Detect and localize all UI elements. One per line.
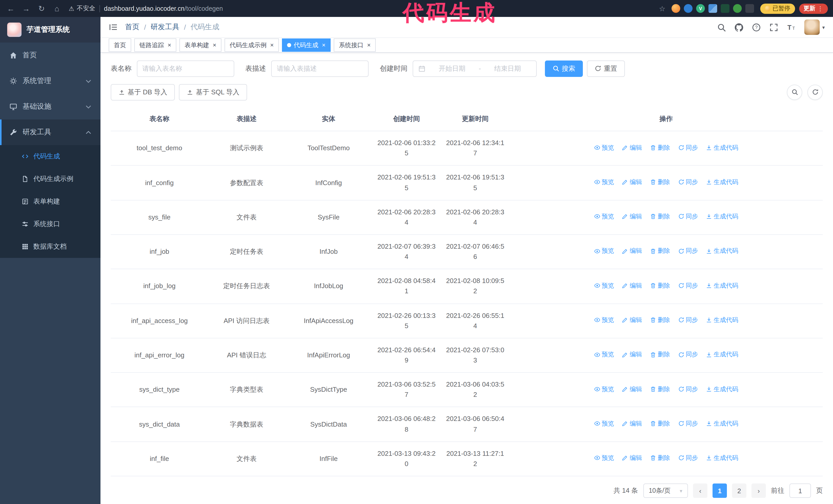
sync-link[interactable]: 同步 (678, 453, 698, 463)
import-db-button[interactable]: 基于 DB 导入 (111, 84, 175, 100)
preview-link[interactable]: 预览 (594, 315, 614, 325)
tab[interactable]: 系统接口 × (334, 39, 376, 52)
sync-link[interactable]: 同步 (678, 384, 698, 394)
sidebar-item-codegen[interactable]: 代码生成 (0, 145, 100, 168)
table-name-input-field[interactable] (142, 65, 229, 72)
sync-link[interactable]: 同步 (678, 212, 698, 221)
update-button[interactable]: 更新 ⋮ (799, 3, 828, 14)
extension-dark-green-icon[interactable] (721, 4, 730, 13)
forward-icon[interactable]: → (21, 4, 32, 13)
edit-link[interactable]: 编辑 (622, 246, 642, 256)
tab[interactable]: 表单构建 × (180, 39, 221, 52)
generate-code-link[interactable]: 生成代码 (706, 281, 738, 290)
tab[interactable]: 首页 (109, 39, 131, 52)
sync-link[interactable]: 同步 (678, 143, 698, 152)
help-icon[interactable]: ? (752, 23, 761, 31)
delete-link[interactable]: 删除 (650, 315, 670, 325)
page-number-button[interactable]: 2 (732, 483, 746, 498)
fullscreen-icon[interactable] (769, 23, 778, 31)
sidebar-item-form-builder[interactable]: 表单构建 (0, 190, 100, 213)
preview-link[interactable]: 预览 (594, 281, 614, 290)
extension-vue-devtools-icon[interactable]: V (696, 4, 705, 13)
edit-link[interactable]: 编辑 (622, 315, 642, 325)
breadcrumb-home[interactable]: 首页 (125, 23, 139, 32)
edit-link[interactable]: 编辑 (622, 143, 642, 152)
delete-link[interactable]: 删除 (650, 419, 670, 428)
sync-link[interactable]: 同步 (678, 246, 698, 256)
tab[interactable]: 链路追踪 × (134, 39, 176, 52)
prev-page-button[interactable]: ‹ (693, 483, 708, 498)
page-number-button[interactable]: 1 (713, 483, 727, 498)
edit-link[interactable]: 编辑 (622, 281, 642, 290)
close-icon[interactable]: × (168, 42, 171, 48)
sidebar-item-codegen-example[interactable]: 代码生成示例 (0, 168, 100, 190)
delete-link[interactable]: 删除 (650, 212, 670, 221)
font-size-icon[interactable]: TT (787, 23, 795, 31)
close-icon[interactable]: × (322, 42, 326, 48)
logo[interactable]: 芋道管理系统 (0, 17, 100, 43)
home-icon[interactable]: ⌂ (51, 4, 63, 13)
generate-code-link[interactable]: 生成代码 (706, 384, 738, 394)
date-range-picker[interactable]: 开始日期 - 结束日期 (413, 60, 537, 77)
edit-link[interactable]: 编辑 (622, 453, 642, 463)
edit-link[interactable]: 编辑 (622, 419, 642, 428)
generate-code-link[interactable]: 生成代码 (706, 453, 738, 463)
sidebar-item-api[interactable]: 系统接口 (0, 213, 100, 235)
goto-page-input[interactable] (789, 483, 811, 498)
generate-code-link[interactable]: 生成代码 (706, 177, 738, 187)
delete-link[interactable]: 删除 (650, 246, 670, 256)
back-icon[interactable]: ← (5, 4, 17, 13)
close-icon[interactable]: × (270, 42, 274, 48)
preview-link[interactable]: 预览 (594, 143, 614, 152)
generate-code-link[interactable]: 生成代码 (706, 212, 738, 221)
search-icon[interactable] (717, 23, 726, 31)
search-button[interactable]: 搜索 (545, 60, 583, 77)
browser-menu-icon[interactable]: ⋮ (817, 5, 823, 12)
tab[interactable]: 代码生成 × (282, 39, 331, 52)
reset-button[interactable]: 重置 (587, 60, 625, 77)
sidebar-item-devtools[interactable]: 研发工具 (0, 119, 100, 145)
table-desc-input-field[interactable] (277, 65, 363, 72)
delete-link[interactable]: 删除 (650, 453, 670, 463)
extension-puzzle-icon[interactable] (745, 4, 754, 13)
sidebar-item-system[interactable]: 系统管理 (0, 68, 100, 94)
security-warning[interactable]: ⚠ 不安全 (69, 4, 95, 13)
delete-link[interactable]: 删除 (650, 350, 670, 359)
sync-link[interactable]: 同步 (678, 281, 698, 290)
preview-link[interactable]: 预览 (594, 350, 614, 359)
page-size-select[interactable]: 10条/页 ▾ (643, 483, 688, 498)
hamburger-icon[interactable] (109, 23, 118, 32)
address-bar[interactable]: ⚠ 不安全 dashboard.yudao.iocoder.cn/tool/co… (69, 4, 655, 13)
close-icon[interactable]: × (367, 42, 371, 48)
sidebar-item-infra[interactable]: 基础设施 (0, 94, 100, 119)
extension-grid-icon[interactable] (709, 4, 717, 13)
sync-link[interactable]: 同步 (678, 177, 698, 187)
refresh-button[interactable] (807, 85, 823, 100)
edit-link[interactable]: 编辑 (622, 384, 642, 394)
tab[interactable]: 代码生成示例 × (224, 39, 279, 52)
preview-link[interactable]: 预览 (594, 384, 614, 394)
delete-link[interactable]: 删除 (650, 384, 670, 394)
user-menu[interactable]: ▾ (804, 20, 825, 35)
bookmark-star-icon[interactable]: ☆ (659, 4, 665, 13)
generate-code-link[interactable]: 生成代码 (706, 246, 738, 256)
delete-link[interactable]: 删除 (650, 177, 670, 187)
sync-link[interactable]: 同步 (678, 315, 698, 325)
preview-link[interactable]: 预览 (594, 177, 614, 187)
github-icon[interactable] (735, 23, 743, 31)
extension-orange-icon[interactable] (671, 4, 680, 13)
extension-blue-drop-icon[interactable] (684, 4, 693, 13)
sync-link[interactable]: 同步 (678, 350, 698, 359)
extension-green-icon[interactable] (733, 4, 742, 13)
delete-link[interactable]: 删除 (650, 281, 670, 290)
next-page-button[interactable]: › (752, 483, 766, 498)
close-icon[interactable]: × (213, 42, 216, 48)
preview-link[interactable]: 预览 (594, 212, 614, 221)
import-sql-button[interactable]: 基于 SQL 导入 (179, 84, 247, 100)
edit-link[interactable]: 编辑 (622, 212, 642, 221)
generate-code-link[interactable]: 生成代码 (706, 350, 738, 359)
table-name-input[interactable] (137, 60, 234, 77)
breadcrumb-devtools[interactable]: 研发工具 (151, 23, 180, 32)
reload-icon[interactable]: ↻ (36, 4, 47, 13)
preview-link[interactable]: 预览 (594, 246, 614, 256)
